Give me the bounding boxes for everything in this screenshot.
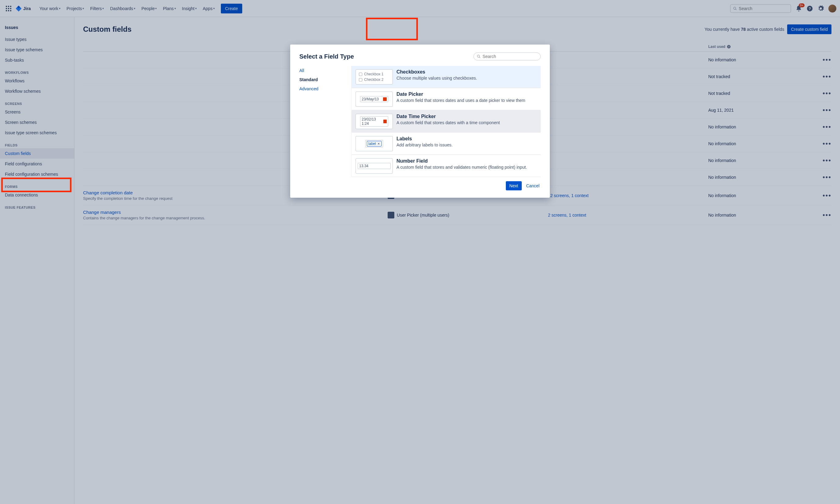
field-type-preview: 13.34 — [356, 158, 393, 174]
field-type-description: A custom field that stores and validates… — [396, 164, 527, 170]
modal-title: Select a Field Type — [299, 53, 354, 60]
svg-line-16 — [479, 57, 480, 58]
field-type-option[interactable]: label✕LabelsAdd arbitrary labels to issu… — [352, 133, 541, 155]
field-type-option[interactable]: 23/May/13Date PickerA custom field that … — [352, 88, 541, 110]
field-type-name: Labels — [396, 136, 453, 142]
modal-tab-standard[interactable]: Standard — [299, 75, 348, 84]
field-type-preview: 23/02/13 1:24 — [356, 114, 393, 129]
field-type-name: Checkboxes — [396, 69, 477, 75]
field-type-preview: Checkbox 1Checkbox 2 — [356, 69, 393, 85]
field-type-description: A custom field that stores dates with a … — [396, 120, 500, 126]
field-type-preview: 23/May/13 — [356, 91, 393, 107]
field-type-description: Choose multiple values using checkboxes. — [396, 75, 477, 82]
field-type-list: Checkbox 1Checkbox 2CheckboxesChoose mul… — [351, 66, 541, 177]
field-type-option[interactable]: Checkbox 1Checkbox 2CheckboxesChoose mul… — [352, 66, 541, 88]
cancel-link[interactable]: Cancel — [526, 183, 539, 188]
modal-tab-advanced[interactable]: Advanced — [299, 84, 348, 93]
field-type-option[interactable]: 23/02/13 1:24Date Time PickerA custom fi… — [352, 110, 541, 133]
modal-search-input[interactable] — [483, 54, 537, 59]
field-type-preview: label✕ — [356, 136, 393, 151]
modal-tab-all[interactable]: All — [299, 66, 348, 75]
select-field-type-modal: Select a Field Type AllStandardAdvanced … — [290, 44, 550, 198]
field-type-description: A custom field that stores dates and use… — [396, 97, 525, 104]
modal-side-tabs: AllStandardAdvanced — [299, 66, 351, 177]
field-type-name: Date Time Picker — [396, 114, 500, 119]
calendar-icon — [383, 120, 387, 123]
field-type-name: Date Picker — [396, 91, 525, 97]
field-type-option[interactable]: 13.34Number FieldA custom field that sto… — [352, 155, 541, 177]
modal-search[interactable] — [474, 53, 541, 60]
next-button[interactable]: Next — [506, 181, 522, 191]
field-type-name: Number Field — [396, 158, 527, 164]
field-type-description: Add arbitrary labels to issues. — [396, 142, 453, 148]
search-icon — [477, 54, 481, 58]
svg-point-15 — [477, 55, 480, 57]
calendar-icon — [383, 97, 387, 101]
